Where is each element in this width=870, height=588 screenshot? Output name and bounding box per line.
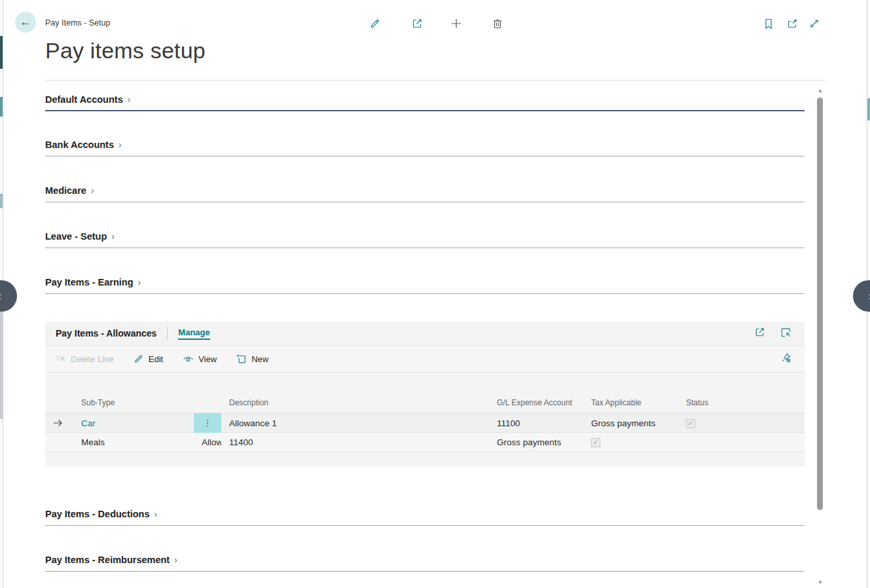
- view-list-button[interactable]: View: [183, 354, 217, 364]
- title-divider: [45, 80, 825, 81]
- delete-line-button[interactable]: Delete Line: [56, 354, 114, 364]
- section-label: Medicare: [45, 185, 86, 196]
- pencil-icon: [369, 18, 381, 29]
- column-header-tax-applicable[interactable]: Tax Applicable: [583, 398, 678, 407]
- chevron-right-icon: ›: [128, 94, 131, 105]
- chevron-right-icon: ›: [91, 185, 94, 196]
- share-icon: [411, 18, 423, 29]
- section-pay-items-earning[interactable]: Pay Items - Earning›: [45, 276, 805, 294]
- bookmark-icon: [763, 18, 774, 29]
- expand-page-button[interactable]: [805, 14, 824, 33]
- header-separator: [167, 327, 168, 340]
- column-header-sub-type[interactable]: Sub-Type: [70, 398, 194, 407]
- chevron-right-icon: ›: [154, 509, 158, 519]
- status-checkbox: [686, 419, 695, 428]
- page-title: Pay items setup: [45, 38, 206, 64]
- column-header-status[interactable]: Status: [678, 398, 805, 407]
- new-label: New: [251, 354, 268, 364]
- status-checkbox: [591, 438, 600, 447]
- chevron-right-icon: ›: [118, 139, 122, 150]
- trash-icon: [492, 18, 503, 29]
- cell-sub-type[interactable]: Car: [70, 418, 194, 428]
- cell-description[interactable]: Allowance 1: [221, 418, 489, 428]
- delete-line-icon: [56, 354, 66, 364]
- maximize-part-button[interactable]: [777, 325, 794, 342]
- chevron-right-icon: ›: [174, 555, 177, 565]
- chevron-right-icon: ›: [138, 277, 141, 287]
- eye-icon: [183, 354, 194, 364]
- cell-tax-applicable[interactable]: Gross payments: [489, 437, 583, 447]
- pencil-icon: [134, 354, 144, 364]
- new-line-button[interactable]: New: [236, 354, 268, 364]
- expand-diagonal-icon: [808, 18, 820, 29]
- table-row[interactable]: Meals ⋮ Allowance 2 11400 Gross payments: [45, 432, 805, 452]
- share-icon: [754, 327, 765, 340]
- open-in-window-icon: [786, 18, 798, 29]
- section-pay-items-deductions[interactable]: Pay Items - Deductions›: [45, 508, 805, 526]
- bookmark-button[interactable]: [759, 14, 778, 33]
- delete-line-label: Delete Line: [71, 354, 114, 364]
- view-label: View: [198, 354, 217, 364]
- table-header-row: Sub-Type Description G/L Expense Account…: [45, 393, 805, 413]
- section-bank-accounts[interactable]: Bank Accounts›: [45, 139, 805, 156]
- cell-tax-applicable[interactable]: Gross payments: [583, 418, 678, 428]
- share-page-button[interactable]: [408, 14, 426, 33]
- manage-menu[interactable]: Manage: [178, 327, 209, 340]
- chevron-right-icon: ›: [111, 231, 115, 242]
- section-label: Leave - Setup: [45, 231, 107, 242]
- delete-page-button[interactable]: [488, 14, 507, 33]
- section-label: Pay Items - Reimbursement: [45, 555, 170, 565]
- pin-off-icon: [780, 352, 791, 365]
- section-default-accounts[interactable]: Default Accounts›: [45, 94, 805, 111]
- section-label: Bank Accounts: [45, 139, 114, 150]
- unpin-toolbar-button[interactable]: [777, 350, 794, 367]
- section-pay-items-reimbursement[interactable]: Pay Items - Reimbursement›: [45, 554, 805, 572]
- allowances-card-title: Pay Items - Allowances: [56, 328, 156, 339]
- section-label: Pay Items - Deductions: [45, 509, 150, 519]
- scrollbar-thumb[interactable]: [817, 98, 823, 510]
- screen: ← Pay Items - Setup: [0, 0, 870, 588]
- allowances-toolbar: Delete Line Edit: [45, 345, 805, 373]
- pay-items-allowances-card: Pay Items - Allowances Manage: [45, 322, 805, 467]
- cell-description[interactable]: Allowance 2: [194, 437, 221, 447]
- table-row[interactable]: Car ⋮ Allowance 1 11100 Gross payments: [45, 413, 805, 432]
- share-part-button[interactable]: [751, 325, 768, 342]
- breadcrumb: Pay Items - Setup: [45, 18, 110, 28]
- section-label: Pay Items - Earning: [45, 277, 134, 287]
- column-header-description[interactable]: Description: [221, 398, 489, 407]
- edit-label: Edit: [149, 354, 163, 364]
- new-document-icon: [236, 354, 247, 364]
- section-leave-setup[interactable]: Leave - Setup›: [45, 230, 805, 248]
- vertical-scrollbar[interactable]: ▲ ▼: [816, 85, 824, 587]
- cell-sub-type[interactable]: Meals: [70, 437, 194, 447]
- row-ellipsis-button[interactable]: ⋮: [194, 413, 221, 433]
- scroll-up-icon[interactable]: ▲: [816, 88, 824, 94]
- pay-items-setup-window: ← Pay Items - Setup: [3, 0, 867, 588]
- background-fragment: [867, 98, 870, 120]
- cell-gl-expense-account[interactable]: 11100: [489, 418, 583, 428]
- back-button[interactable]: ←: [15, 12, 36, 33]
- maximize-icon: [780, 327, 791, 340]
- section-label: Default Accounts: [45, 94, 123, 105]
- back-arrow-icon: ←: [20, 16, 31, 28]
- scroll-down-icon[interactable]: ▼: [816, 579, 824, 585]
- plus-icon: [450, 18, 462, 29]
- open-in-window-button[interactable]: [783, 14, 801, 33]
- edit-page-button[interactable]: [366, 14, 384, 33]
- edit-list-button[interactable]: Edit: [134, 354, 163, 364]
- column-header-gl-expense-account[interactable]: G/L Expense Account: [489, 398, 583, 407]
- cell-gl-expense-account[interactable]: 11400: [221, 437, 489, 447]
- allowances-table: Sub-Type Description G/L Expense Account…: [45, 373, 805, 452]
- allowances-card-header: Pay Items - Allowances Manage: [45, 322, 805, 345]
- new-page-button[interactable]: [447, 14, 465, 33]
- section-medicare[interactable]: Medicare›: [45, 185, 805, 202]
- current-row-arrow-icon: [45, 419, 70, 427]
